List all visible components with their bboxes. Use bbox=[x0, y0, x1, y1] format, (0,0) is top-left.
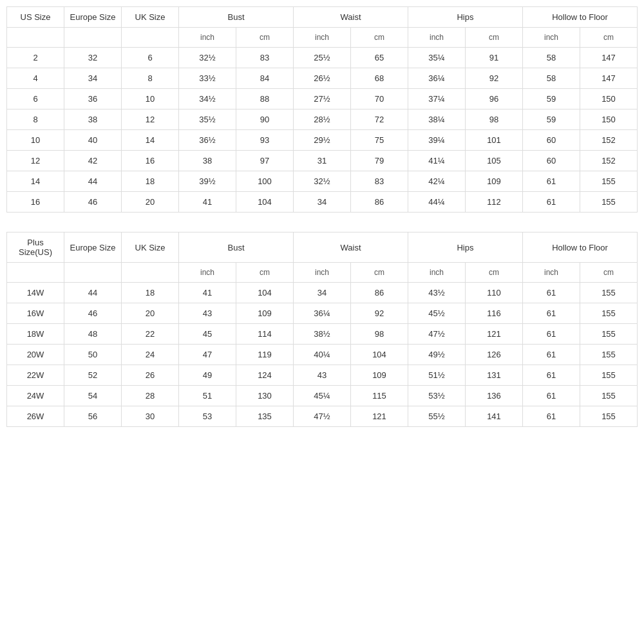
table-cell: 44¼ bbox=[408, 192, 466, 213]
table-row: 14W441841104348643½11061155 bbox=[7, 283, 638, 303]
hollow-cm-sub: cm bbox=[580, 28, 638, 48]
table-cell: 14W bbox=[7, 283, 64, 303]
table-cell: 104 bbox=[236, 283, 294, 303]
table-cell: 16 bbox=[7, 192, 64, 213]
table-cell: 119 bbox=[236, 345, 294, 365]
table-cell: 32 bbox=[64, 48, 122, 68]
table-cell: 12 bbox=[7, 151, 64, 171]
table-cell: 4 bbox=[7, 68, 64, 89]
table-cell: 43 bbox=[294, 365, 351, 386]
table-cell: 40 bbox=[64, 130, 122, 151]
table-cell: 61 bbox=[523, 345, 580, 365]
table-cell: 42 bbox=[64, 151, 122, 171]
table-cell: 92 bbox=[466, 68, 523, 89]
table-cell: 40¼ bbox=[294, 345, 351, 365]
table-cell: 155 bbox=[580, 303, 638, 324]
table-cell: 46 bbox=[64, 192, 122, 213]
table-cell: 109 bbox=[351, 365, 408, 386]
table-cell: 10 bbox=[7, 130, 64, 151]
table-cell: 56 bbox=[64, 406, 122, 427]
uk-size-header: UK Size bbox=[122, 7, 179, 28]
table-cell: 38¼ bbox=[408, 109, 466, 130]
table-cell: 51½ bbox=[408, 365, 466, 386]
table-row: 8381235½9028½7238¼9859150 bbox=[7, 109, 638, 130]
table-cell: 70 bbox=[351, 89, 408, 109]
table-cell: 45½ bbox=[408, 303, 466, 324]
table-cell: 150 bbox=[580, 109, 638, 130]
hollow-inch-sub: inch bbox=[523, 28, 580, 48]
table-cell: 83 bbox=[236, 48, 294, 68]
plus-size-table: Plus Size(US) Europe Size UK Size Bust W… bbox=[6, 232, 638, 427]
hollow-floor-header: Hollow to Floor bbox=[523, 7, 638, 28]
table-cell: 61 bbox=[523, 406, 580, 427]
table-cell: 38½ bbox=[294, 324, 351, 345]
table-cell: 24 bbox=[122, 345, 179, 365]
table-cell: 121 bbox=[351, 406, 408, 427]
plus-hollow-inch-sub: inch bbox=[523, 263, 580, 283]
table-cell: 61 bbox=[523, 171, 580, 192]
table-row: 10401436½9329½7539¼10160152 bbox=[7, 130, 638, 151]
table-cell: 96 bbox=[466, 89, 523, 109]
table-cell: 16W bbox=[7, 303, 64, 324]
plus-size-body: 14W441841104348643½1106115516W4620431093… bbox=[7, 283, 638, 427]
plus-sub-us bbox=[7, 263, 64, 283]
table-cell: 75 bbox=[351, 130, 408, 151]
table-row: 16462041104348644¼11261155 bbox=[7, 192, 638, 213]
table-cell: 47 bbox=[179, 345, 236, 365]
table-cell: 32½ bbox=[294, 171, 351, 192]
table-cell: 114 bbox=[236, 324, 294, 345]
table-cell: 42¼ bbox=[408, 171, 466, 192]
table-cell: 18 bbox=[122, 283, 179, 303]
table-cell: 72 bbox=[351, 109, 408, 130]
table-cell: 26 bbox=[122, 365, 179, 386]
table-cell: 49 bbox=[179, 365, 236, 386]
table-cell: 60 bbox=[523, 151, 580, 171]
table-cell: 50 bbox=[64, 345, 122, 365]
table-cell: 61 bbox=[523, 192, 580, 213]
table-cell: 65 bbox=[351, 48, 408, 68]
table-cell: 32½ bbox=[179, 48, 236, 68]
table-cell: 55½ bbox=[408, 406, 466, 427]
table-cell: 92 bbox=[351, 303, 408, 324]
table-cell: 24W bbox=[7, 386, 64, 406]
table-cell: 43 bbox=[179, 303, 236, 324]
table-cell: 131 bbox=[466, 365, 523, 386]
plus-bust-cm-sub: cm bbox=[236, 263, 294, 283]
table-cell: 22 bbox=[122, 324, 179, 345]
waist-header: Waist bbox=[294, 7, 408, 28]
table-row: 14441839½10032½8342¼10961155 bbox=[7, 171, 638, 192]
standard-subheader-row: inch cm inch cm inch cm inch cm bbox=[7, 28, 638, 48]
plus-hollow-floor-header: Hollow to Floor bbox=[523, 232, 638, 263]
table-cell: 83 bbox=[351, 171, 408, 192]
table-cell: 98 bbox=[466, 109, 523, 130]
table-cell: 25½ bbox=[294, 48, 351, 68]
table-row: 1242163897317941¼10560152 bbox=[7, 151, 638, 171]
table-cell: 59 bbox=[523, 89, 580, 109]
table-cell: 6 bbox=[7, 89, 64, 109]
table-cell: 91 bbox=[466, 48, 523, 68]
table-cell: 53½ bbox=[408, 386, 466, 406]
table-cell: 10 bbox=[122, 89, 179, 109]
table-cell: 49½ bbox=[408, 345, 466, 365]
table-cell: 124 bbox=[236, 365, 294, 386]
sub-us bbox=[7, 28, 64, 48]
table-cell: 46 bbox=[64, 303, 122, 324]
table-cell: 47½ bbox=[408, 324, 466, 345]
table-cell: 100 bbox=[236, 171, 294, 192]
table-cell: 116 bbox=[466, 303, 523, 324]
table-cell: 44 bbox=[64, 171, 122, 192]
table-cell: 48 bbox=[64, 324, 122, 345]
standard-size-table: US Size Europe Size UK Size Bust Waist H… bbox=[6, 6, 638, 213]
table-cell: 36 bbox=[64, 89, 122, 109]
table-cell: 8 bbox=[7, 109, 64, 130]
plus-hollow-cm-sub: cm bbox=[580, 263, 638, 283]
plus-waist-cm-sub: cm bbox=[351, 263, 408, 283]
table-cell: 58 bbox=[523, 48, 580, 68]
table-cell: 54 bbox=[64, 386, 122, 406]
table-cell: 59 bbox=[523, 109, 580, 130]
table-cell: 28 bbox=[122, 386, 179, 406]
table-cell: 101 bbox=[466, 130, 523, 151]
table-cell: 84 bbox=[236, 68, 294, 89]
table-cell: 126 bbox=[466, 345, 523, 365]
table-cell: 88 bbox=[236, 89, 294, 109]
